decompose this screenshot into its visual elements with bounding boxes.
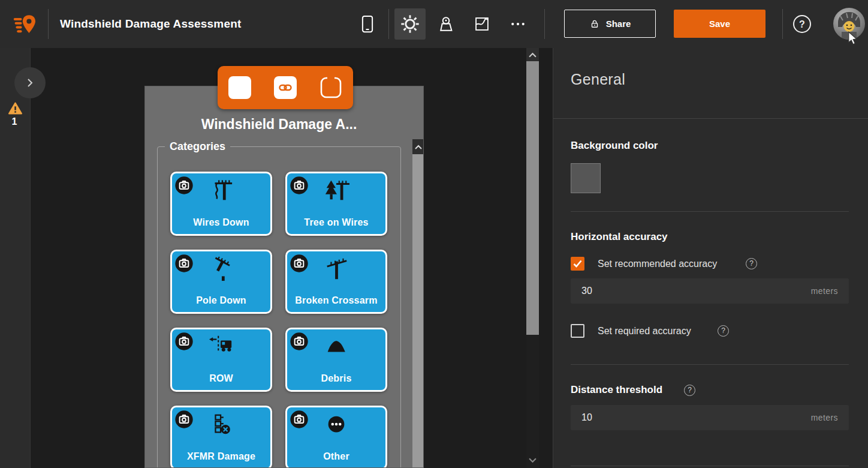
group-outline-button[interactable] <box>320 76 342 99</box>
camera-icon <box>174 410 194 429</box>
category-button-label: Other <box>287 451 385 462</box>
basemap-icon <box>476 18 488 30</box>
horizontal-accuracy-heading: Horizontal accuracy <box>571 231 668 243</box>
background-color-swatch[interactable] <box>571 163 601 193</box>
distance-threshold-unit: meters <box>811 413 849 422</box>
device-preview-button[interactable] <box>352 8 383 40</box>
category-button-tree-on-wires[interactable]: Tree on Wires <box>285 172 387 236</box>
category-button-broken-crossarm[interactable]: Broken Crossarm <box>285 250 387 314</box>
warning-count: 1 <box>5 116 24 127</box>
category-button-label: Wires Down <box>172 217 270 228</box>
required-accuracy-help-icon[interactable]: ? <box>718 325 729 337</box>
link-button[interactable] <box>274 76 297 99</box>
project-title[interactable]: Windshield Damage A... <box>145 116 413 133</box>
more-options-button[interactable] <box>502 8 534 40</box>
save-button-label: Save <box>709 19 730 29</box>
device-preview: Windshield Damage A... Categories <box>144 86 424 468</box>
button-template-icon <box>232 80 248 95</box>
background-color-label: Background color <box>571 140 658 152</box>
tree-on-wires-icon <box>323 178 350 203</box>
category-button-xfmr-damage[interactable]: XFMR Damage <box>170 406 272 468</box>
chevron-up-icon <box>529 53 536 56</box>
svg-text:?: ? <box>799 19 805 29</box>
pole-down-icon <box>207 256 235 281</box>
help-button[interactable]: ? <box>792 14 812 34</box>
section-divider <box>571 466 849 466</box>
link-icon <box>280 85 291 90</box>
distance-threshold-help-icon[interactable]: ? <box>684 385 695 396</box>
debris-icon <box>323 334 350 359</box>
mouse-cursor <box>846 31 860 46</box>
basemap-button[interactable] <box>466 8 498 40</box>
category-button-debris[interactable]: Debris <box>285 328 387 392</box>
recommended-accuracy-help-icon[interactable]: ? <box>746 258 757 269</box>
preview-scrollbar <box>412 139 424 468</box>
chevron-right-icon <box>28 79 32 86</box>
panel-title: General <box>571 71 625 88</box>
category-button-label: ROW <box>172 373 270 384</box>
canvas-scrollbar-thumb[interactable] <box>526 61 539 335</box>
canvas-scroll-down-button[interactable] <box>526 454 539 467</box>
recommended-accuracy-input[interactable] <box>571 286 811 296</box>
checkmark-icon <box>574 261 581 267</box>
app-header: Windshield Damage Assessment <box>0 0 868 48</box>
camera-icon <box>174 332 194 351</box>
required-accuracy-checkbox[interactable] <box>571 324 584 338</box>
page-title: Windshield Damage Assessment <box>60 0 241 48</box>
camera-icon <box>174 254 194 273</box>
recommended-accuracy-unit: meters <box>811 286 849 296</box>
warning-indicator[interactable] <box>8 102 22 115</box>
xfmr-damage-icon <box>207 412 235 437</box>
header-divider <box>782 9 783 39</box>
settings-button[interactable] <box>394 8 426 40</box>
canvas-scrollbar <box>526 48 539 468</box>
share-button[interactable]: Share <box>564 10 656 38</box>
lock-icon <box>592 20 597 27</box>
design-canvas: 1 Windshield Damage A... <box>0 48 540 468</box>
save-button[interactable]: Save <box>674 10 765 38</box>
wires-down-icon <box>207 178 235 203</box>
quickcapture-logo[interactable] <box>12 11 38 37</box>
camera-icon <box>290 410 309 429</box>
category-button-pole-down[interactable]: Pole Down <box>170 250 272 314</box>
category-button-label: Broken Crossarm <box>287 295 385 306</box>
category-button-label: Pole Down <box>172 295 270 306</box>
recommended-accuracy-field: meters <box>571 278 849 304</box>
expand-sidebar-button[interactable] <box>14 67 46 98</box>
settings-gear-icon <box>401 15 418 32</box>
header-divider <box>544 9 545 39</box>
section-divider <box>553 118 868 119</box>
distance-threshold-input[interactable] <box>571 412 811 423</box>
group-outline-icon <box>321 76 340 97</box>
categories-group-label: Categories <box>165 140 230 153</box>
section-divider <box>571 364 849 365</box>
chevron-up-icon <box>415 146 421 149</box>
category-button-label: Debris <box>287 373 385 384</box>
selection-toolbar <box>218 66 353 109</box>
recommended-accuracy-checkbox[interactable] <box>571 257 584 271</box>
category-button-other[interactable]: Other <box>285 406 387 468</box>
header-divider <box>388 9 389 39</box>
distance-threshold-field: meters <box>571 405 849 430</box>
section-divider <box>571 211 849 212</box>
broken-crossarm-icon <box>323 256 350 281</box>
warning-icon <box>9 103 22 114</box>
category-button-row[interactable]: ROW <box>170 328 272 392</box>
camera-icon <box>290 332 309 351</box>
preview-scroll-up-button[interactable] <box>412 139 424 154</box>
button-template-button[interactable] <box>228 76 251 99</box>
share-button-label: Share <box>606 19 631 29</box>
camera-icon <box>290 176 309 195</box>
more-options-icon <box>511 23 525 25</box>
preview-scrollbar-thumb[interactable] <box>412 154 424 468</box>
required-accuracy-label: Set required accuracy <box>598 326 691 337</box>
recommended-accuracy-label: Set recommended accuracy <box>598 259 717 269</box>
map-button[interactable] <box>430 8 462 40</box>
header-divider <box>48 9 49 39</box>
canvas-scroll-up-button[interactable] <box>526 48 539 61</box>
row-truck-icon <box>207 334 235 359</box>
category-button-label: Tree on Wires <box>287 217 385 228</box>
camera-icon <box>174 176 194 195</box>
camera-icon <box>290 254 309 273</box>
category-button-wires-down[interactable]: Wires Down <box>170 172 272 236</box>
